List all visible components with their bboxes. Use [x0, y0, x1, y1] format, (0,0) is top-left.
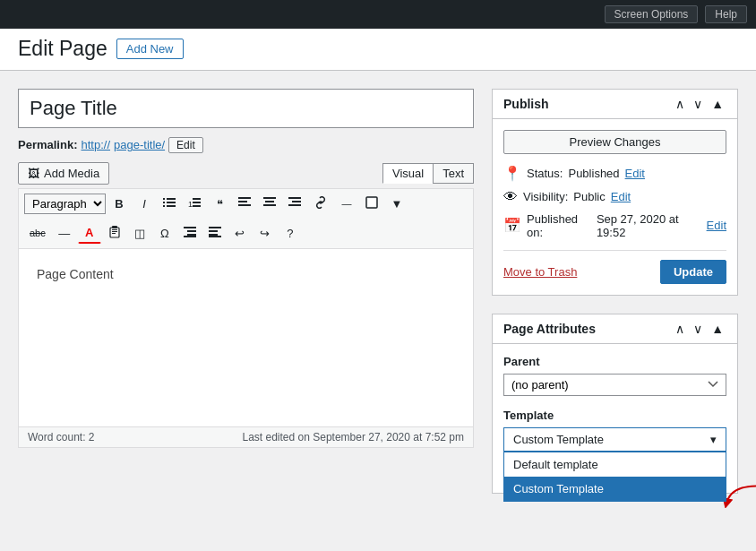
status-edit-link[interactable]: Edit	[625, 167, 645, 180]
template-label: Template	[503, 409, 726, 422]
published-icon: 📅	[503, 217, 521, 234]
undo-button[interactable]: ↩	[228, 223, 252, 244]
svg-rect-20	[368, 199, 375, 206]
svg-rect-11	[238, 201, 247, 202]
content-text: Page Content	[37, 267, 455, 281]
svg-rect-2	[163, 202, 165, 203]
permalink-label: Permalink:	[18, 138, 77, 151]
help-btn[interactable]: Help	[705, 5, 747, 23]
preview-changes-button[interactable]: Preview Changes	[503, 130, 726, 154]
svg-rect-25	[112, 233, 116, 234]
text-tab[interactable]: Text	[433, 163, 474, 184]
publish-toggle[interactable]: ▲	[709, 97, 726, 111]
published-edit-link[interactable]: Edit	[707, 219, 726, 232]
svg-rect-4	[163, 205, 165, 207]
format-select[interactable]: Paragraph	[24, 194, 106, 214]
template-option-custom[interactable]: Custom Template	[504, 477, 726, 501]
editor-content[interactable]: Page Content	[18, 248, 474, 427]
align-center-button[interactable]	[258, 194, 281, 214]
attr-collapse-down[interactable]: ∨	[691, 322, 705, 336]
svg-rect-33	[209, 236, 221, 237]
svg-rect-29	[184, 236, 196, 237]
paste-as-text-button[interactable]	[103, 222, 126, 245]
svg-rect-27	[187, 230, 196, 232]
indent-button[interactable]	[203, 223, 227, 244]
link-icon	[314, 196, 328, 209]
trash-link[interactable]: Move to Trash	[503, 265, 577, 279]
parent-select[interactable]: (no parent)	[503, 374, 726, 396]
visual-tab[interactable]: Visual	[382, 163, 433, 184]
ul-button[interactable]	[158, 193, 181, 215]
strikethrough-button[interactable]: abc	[24, 224, 51, 242]
hr-button[interactable]: —	[53, 223, 76, 244]
visibility-icon: 👁	[503, 189, 518, 205]
align-left-button[interactable]	[233, 194, 256, 214]
visibility-value: Public	[573, 190, 605, 203]
special-char-button[interactable]: Ω	[153, 223, 176, 244]
italic-button[interactable]: I	[133, 194, 156, 214]
editor-help-button[interactable]: ?	[279, 223, 302, 244]
template-selected-value: Custom Template	[513, 433, 604, 446]
attr-collapse-up[interactable]: ∧	[673, 322, 687, 336]
text-color-button[interactable]: A	[78, 222, 101, 244]
update-button[interactable]: Update	[660, 260, 726, 284]
svg-rect-32	[209, 234, 218, 236]
svg-rect-10	[238, 197, 251, 199]
template-select-button[interactable]: Custom Template ▾	[503, 427, 726, 452]
svg-rect-1	[167, 198, 176, 200]
status-value: Published	[568, 167, 619, 180]
template-dropdown-arrow: ▾	[710, 433, 717, 446]
add-media-button[interactable]: 🖼 Add Media	[18, 162, 109, 185]
screen-options-btn[interactable]: Screen Options	[605, 5, 699, 23]
align-right-icon	[288, 197, 301, 208]
more-button[interactable]: —	[335, 194, 358, 212]
ol-icon: 1.	[188, 196, 201, 209]
clear-format-button[interactable]: ◫	[128, 223, 151, 244]
visibility-edit-link[interactable]: Edit	[611, 190, 631, 203]
svg-rect-28	[187, 234, 196, 236]
align-right-button[interactable]	[283, 194, 306, 214]
permalink-url[interactable]: http://	[81, 138, 110, 151]
align-center-icon	[263, 197, 276, 208]
blockquote-button[interactable]: ❝	[208, 194, 231, 214]
publish-collapse-up[interactable]: ∧	[673, 97, 687, 111]
svg-rect-3	[167, 202, 176, 203]
fullscreen-button[interactable]	[360, 193, 383, 215]
svg-rect-12	[238, 204, 251, 206]
template-option-default[interactable]: Default template	[504, 452, 726, 477]
indent-icon	[209, 227, 221, 237]
svg-rect-5	[167, 205, 176, 207]
svg-rect-13	[263, 197, 276, 199]
svg-rect-31	[209, 230, 218, 232]
svg-rect-17	[292, 201, 301, 202]
bold-button[interactable]: B	[107, 194, 131, 214]
svg-rect-30	[209, 227, 221, 228]
align-left-icon	[238, 197, 251, 208]
fullscreen-icon	[365, 196, 378, 209]
publish-title: Publish	[503, 97, 549, 111]
link-button[interactable]	[308, 193, 333, 215]
toolbar2-toggle[interactable]: ▼	[385, 194, 408, 214]
add-new-button[interactable]: Add New	[116, 39, 184, 59]
add-media-icon: 🖼	[28, 167, 39, 180]
publish-collapse-down[interactable]: ∨	[691, 97, 705, 111]
attr-toggle[interactable]: ▲	[709, 322, 726, 336]
published-value: Sep 27, 2020 at 19:52	[597, 212, 701, 239]
word-count: Word count: 2	[28, 431, 94, 443]
visibility-label: Visibility:	[523, 190, 568, 203]
last-edited: Last edited on September 27, 2020 at 7:5…	[242, 431, 464, 443]
template-dropdown-wrapper: Custom Template ▾ Default template Custo…	[503, 427, 726, 452]
arrow-indicator	[722, 481, 756, 508]
outdent-button[interactable]	[178, 223, 202, 244]
permalink-slug[interactable]: page-title/	[114, 138, 165, 151]
parent-label: Parent	[503, 355, 726, 368]
status-label: Status:	[527, 167, 563, 180]
redo-button[interactable]: ↪	[253, 223, 277, 244]
svg-rect-22	[110, 228, 119, 237]
svg-rect-0	[163, 198, 165, 200]
permalink-edit-button[interactable]: Edit	[168, 137, 203, 153]
page-title-input[interactable]	[18, 89, 474, 128]
svg-rect-18	[288, 204, 301, 206]
svg-rect-24	[112, 231, 117, 232]
ol-button[interactable]: 1.	[183, 193, 206, 215]
